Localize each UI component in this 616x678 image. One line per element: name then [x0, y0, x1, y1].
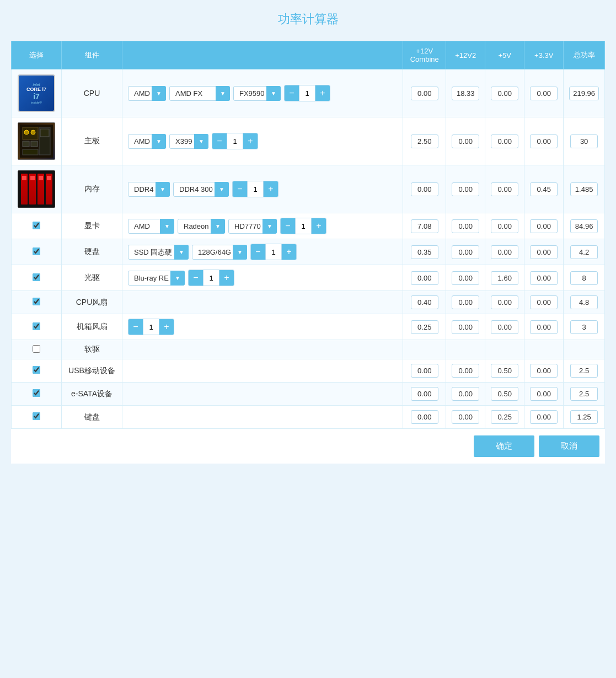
table-row: 键盘0.000.000.250.001.25	[12, 406, 605, 429]
qty-minus[interactable]: −	[281, 218, 295, 234]
value-display: 0.00	[491, 295, 518, 309]
33v-cell: 0.00	[524, 291, 564, 314]
value-display: 0.00	[491, 134, 518, 148]
dropdown-wrap-1: X399X570 ▼	[169, 134, 208, 149]
cancel-button[interactable]: 取消	[539, 435, 599, 457]
dropdown-hdd-model[interactable]: 128G/64G256G	[192, 245, 247, 260]
qty-input[interactable]	[299, 85, 315, 101]
5v-cell: 0.00	[485, 213, 524, 239]
qty-plus[interactable]: +	[264, 181, 278, 197]
5v-cell: 0.00	[485, 165, 524, 213]
12v2-cell: 0.00	[446, 406, 485, 429]
dropdown-ram-model[interactable]: DDR4 300DDR4 320	[173, 182, 229, 197]
12vc-cell: 0.35	[403, 239, 446, 265]
qty-minus[interactable]: −	[212, 133, 227, 149]
qty-input[interactable]	[143, 319, 159, 335]
mobo-image	[17, 122, 56, 160]
controls-row: − +	[128, 319, 397, 335]
dropdown-cpu-series[interactable]: AMD FXAMD Ryzen	[169, 86, 230, 101]
qty-minus[interactable]: −	[189, 270, 203, 286]
value-display: 0.00	[491, 245, 518, 259]
table-row: 机箱风扇 − + 0.250.000.000.003	[12, 314, 605, 340]
dropdown-wrap-0: AMDNVIDIA ▼	[128, 219, 174, 234]
qty-minus[interactable]: −	[285, 85, 299, 101]
5v-cell: 0.00	[485, 69, 524, 117]
component-name: 键盘	[62, 406, 122, 429]
5v-cell: 0.50	[485, 383, 524, 406]
controls-cell	[122, 359, 403, 383]
component-name: 主板	[62, 117, 122, 165]
controls-cell: AMDIntel ▼ X399X570 ▼ − +	[122, 117, 403, 165]
value-display: 0.00	[452, 387, 479, 401]
dropdown-gpu-series[interactable]: RadeonRX	[178, 219, 225, 234]
total-cell: 84.96	[564, 213, 605, 239]
controls-cell	[122, 291, 403, 314]
qty-plus[interactable]: +	[159, 319, 174, 335]
dropdown-wrap-2: HD7770HD7870 ▼	[228, 219, 277, 234]
svg-rect-5	[40, 129, 49, 137]
dropdown-opt-model[interactable]: Blu-ray REDVD-RW	[128, 271, 185, 286]
controls-cell	[122, 383, 403, 406]
qty-plus[interactable]: +	[312, 218, 326, 234]
qty-minus[interactable]: −	[128, 319, 143, 335]
qty-input[interactable]	[265, 244, 282, 260]
qty-input[interactable]	[203, 270, 219, 286]
value-display: 0.00	[452, 245, 479, 259]
component-name: 显卡	[62, 213, 122, 239]
qty-input[interactable]	[295, 218, 312, 234]
page-container: 功率计算器 选择 组件 +12V Combine +12V2 +5V +3.3V…	[0, 0, 616, 486]
value-display: 0.35	[411, 245, 438, 259]
row-checkbox[interactable]	[33, 222, 40, 229]
row-checkbox[interactable]	[33, 412, 40, 420]
33v-cell	[524, 340, 564, 359]
row-checkbox[interactable]	[33, 322, 40, 330]
qty-plus[interactable]: +	[219, 270, 234, 286]
qty-plus[interactable]: +	[315, 85, 330, 101]
row-checkbox[interactable]	[33, 345, 40, 353]
33v-cell: 0.00	[524, 239, 564, 265]
qty-input[interactable]	[247, 181, 264, 197]
qty-minus[interactable]: −	[251, 244, 265, 260]
12vc-cell	[403, 340, 446, 359]
dropdown-wrap-0: Blu-ray REDVD-RW ▼	[128, 271, 185, 286]
12v2-cell: 0.00	[446, 213, 485, 239]
value-display: 0.00	[530, 271, 558, 285]
row-checkbox[interactable]	[33, 389, 40, 397]
dropdown-cpu-brand[interactable]: AMDIntel	[128, 86, 166, 101]
value-display: 0.00	[452, 410, 479, 424]
dropdown-gpu-brand[interactable]: AMDNVIDIA	[128, 219, 174, 234]
value-display: 0.25	[411, 320, 438, 334]
select-cell	[12, 117, 62, 165]
main-table: 选择 组件 +12V Combine +12V2 +5V +3.3V 总功率 i…	[11, 41, 605, 464]
qty-input[interactable]	[227, 133, 243, 149]
svg-rect-3	[31, 141, 38, 147]
value-display: 0.00	[491, 87, 518, 100]
cpu-icon: intel CORE i7 i7 inside®	[18, 74, 55, 112]
dropdown-gpu-model[interactable]: HD7770HD7870	[228, 219, 277, 234]
value-display: 0.00	[411, 364, 438, 378]
row-checkbox[interactable]	[33, 366, 40, 374]
dropdown-mb-brand[interactable]: AMDIntel	[128, 134, 166, 149]
12vc-cell: 2.50	[403, 117, 446, 165]
33v-cell: 0.00	[524, 359, 564, 383]
controls-cell	[122, 340, 403, 359]
qty-plus[interactable]: +	[282, 244, 296, 260]
dropdown-cpu-model[interactable]: FX9590FX8350	[233, 86, 281, 101]
header-12v2: +12V2	[446, 41, 485, 69]
row-checkbox[interactable]	[33, 247, 40, 255]
select-cell	[12, 340, 62, 359]
12v2-cell: 0.00	[446, 314, 485, 340]
dropdown-mb-model[interactable]: X399X570	[169, 134, 208, 149]
qty-minus[interactable]: −	[233, 181, 247, 197]
dropdown-hdd-type[interactable]: SSD 固态硬HDD	[128, 245, 189, 260]
table-row: USB移动设备0.000.000.500.002.5	[12, 359, 605, 383]
value-display: 18.33	[452, 87, 479, 100]
dropdown-ram-type[interactable]: DDR4DDR3	[128, 182, 170, 197]
confirm-button[interactable]: 确定	[474, 435, 534, 457]
row-checkbox[interactable]	[33, 298, 40, 305]
qty-plus[interactable]: +	[243, 133, 258, 149]
row-checkbox[interactable]	[33, 273, 40, 281]
mobo-icon	[18, 122, 55, 160]
value-display: 4.2	[570, 245, 598, 259]
total-cell: 3	[564, 314, 605, 340]
